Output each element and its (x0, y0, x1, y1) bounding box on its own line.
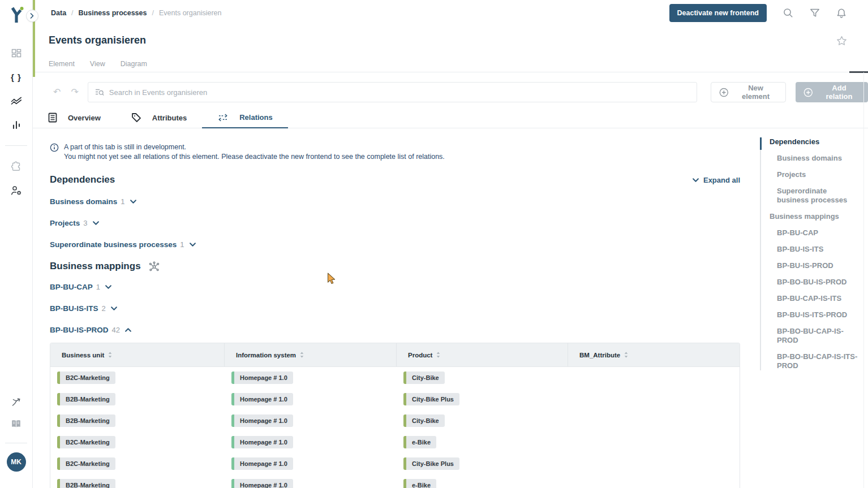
right-nav-item[interactable]: Projects (761, 170, 860, 179)
table-cell: e-Bike (397, 479, 568, 488)
element-chip[interactable]: e-Bike (403, 436, 436, 448)
element-chip[interactable]: Homepage # 1.0 (231, 436, 293, 448)
sidebar-item-dashboards[interactable] (0, 49, 32, 59)
table-cell: B2B-Marketing (50, 393, 225, 405)
breadcrumb: Data / Business processes / Events organ… (35, 9, 221, 17)
element-chip[interactable]: B2C-Marketing (57, 457, 115, 470)
business-mappings-header: Business mappings (50, 261, 740, 272)
element-chip[interactable]: Homepage # 1.0 (231, 414, 293, 427)
element-chip[interactable]: City-Bike Plus (403, 393, 459, 405)
table-cell: City-Bike Plus (397, 393, 568, 405)
right-nav-item[interactable]: BP-BO-BU-IS-PROD (761, 278, 860, 287)
column-header-bm-attribute[interactable]: BM_Attribute (568, 343, 740, 366)
chevron-down-icon (93, 221, 99, 225)
element-chip[interactable]: City-Bike (403, 414, 445, 427)
right-nav-item[interactable]: Dependencies (761, 137, 860, 146)
right-nav-item[interactable]: BP-BU-CAP-IS-ITS (761, 294, 860, 303)
element-chip[interactable]: City-Bike (403, 372, 445, 384)
sidebar-item-documentation[interactable] (0, 420, 32, 428)
funnel-icon (810, 8, 820, 18)
breadcrumb-data[interactable]: Data (51, 9, 66, 17)
element-chip[interactable]: B2B-Marketing (57, 414, 115, 427)
right-nav-item[interactable]: Superordinate business processes (761, 187, 860, 205)
sidebar-item-extensions[interactable] (0, 161, 32, 172)
add-relation-button[interactable]: Add relation (796, 82, 868, 102)
column-header-product[interactable]: Product (397, 343, 568, 366)
element-chip[interactable]: e-Bike (403, 479, 436, 488)
column-header-information-system[interactable]: Information system (225, 343, 397, 366)
sidebar-item-insights[interactable] (0, 97, 32, 105)
user-avatar[interactable]: MK (0, 452, 32, 472)
relations-table-header: Business unit Information system Product… (50, 343, 740, 367)
element-chip[interactable]: B2C-Marketing (57, 372, 115, 384)
table-row[interactable]: B2B-MarketingHomepage # 1.0City-Bike (50, 410, 740, 431)
relations-arrows-icon (217, 114, 229, 122)
group-count: 1 (121, 197, 124, 206)
group-bp-bu-is-prod[interactable]: BP-BU-IS-PROD 42 (50, 324, 740, 335)
right-nav-item[interactable]: BP-BO-BU-CAP-IS-PROD (761, 327, 860, 345)
sidebar-expand-button[interactable] (26, 10, 38, 22)
notifications-button[interactable] (835, 7, 848, 20)
element-chip[interactable]: Homepage # 1.0 (231, 393, 293, 405)
expand-all-button[interactable]: Expand all (693, 176, 740, 184)
table-cell: City-Bike (397, 372, 568, 384)
menu-diagram[interactable]: Diagram (121, 60, 147, 68)
group-bp-bu-is-its[interactable]: BP-BU-IS-ITS 2 (50, 303, 740, 314)
table-row[interactable]: B2B-MarketingHomepage # 1.0City-Bike Plu… (50, 388, 740, 410)
deactivate-frontend-button[interactable]: Deactivate new frontend (669, 4, 767, 22)
scrollbar-thumb[interactable] (849, 71, 868, 73)
new-element-button[interactable]: New element (711, 82, 786, 102)
right-nav-item[interactable]: Business mappings (761, 212, 860, 221)
element-tabs: Overview Attributes Relations (33, 107, 868, 128)
table-cell: Homepage # 1.0 (225, 372, 397, 384)
undo-button[interactable]: ↶ (53, 88, 61, 97)
element-chip[interactable]: Homepage # 1.0 (231, 457, 293, 470)
element-chip[interactable]: Homepage # 1.0 (231, 479, 293, 488)
sidebar-item-process-flows[interactable] (0, 398, 32, 407)
network-icon[interactable] (148, 261, 160, 272)
right-nav-item[interactable]: BP-BU-CAP (761, 228, 860, 237)
favorite-star-button[interactable] (836, 36, 847, 48)
tab-attributes[interactable]: Attributes (116, 107, 202, 128)
right-nav-item[interactable]: BP-BU-IS-PROD (761, 261, 860, 270)
table-row[interactable]: B2C-MarketingHomepage # 1.0City-Bike (50, 367, 740, 388)
column-label: Information system (236, 352, 296, 359)
table-row[interactable]: B2C-MarketingHomepage # 1.0e-Bike (50, 431, 740, 453)
element-chip[interactable]: Homepage # 1.0 (231, 372, 293, 384)
y-logo-icon (8, 6, 25, 24)
document-icon (48, 113, 57, 123)
breadcrumb-business-processes[interactable]: Business processes (79, 9, 147, 17)
group-business-domains[interactable]: Business domains 1 (50, 196, 740, 207)
scrollbar-track[interactable] (863, 72, 864, 488)
table-row[interactable]: B2B-MarketingHomepage # 1.0e-Bike (50, 474, 740, 488)
right-nav-item[interactable]: BP-BU-IS-ITS (761, 245, 860, 254)
right-nav-item[interactable]: Business domains (761, 154, 860, 163)
table-row[interactable]: B2C-MarketingHomepage # 1.0City-Bike Plu… (50, 453, 740, 474)
element-search-box[interactable] (88, 82, 697, 102)
column-header-business-unit[interactable]: Business unit (50, 343, 225, 366)
element-chip[interactable]: B2B-Marketing (57, 479, 115, 488)
chevron-down-icon (105, 285, 111, 289)
right-nav-item[interactable]: BP-BO-BU-CAP-IS-ITS-PROD (761, 352, 860, 370)
sidebar-item-reports[interactable] (0, 120, 32, 129)
right-nav-item[interactable]: BP-BU-IS-ITS-PROD (761, 310, 860, 319)
redo-button[interactable]: ↷ (71, 88, 78, 97)
group-bp-bu-cap[interactable]: BP-BU-CAP 1 (50, 281, 740, 292)
sidebar-item-data[interactable]: { } (0, 72, 32, 82)
left-sidebar: { } (0, 0, 33, 488)
sidebar-item-admin[interactable] (0, 185, 32, 196)
element-chip[interactable]: City-Bike Plus (403, 457, 459, 470)
group-count: 2 (102, 304, 106, 313)
menu-view[interactable]: View (90, 60, 105, 68)
menu-element[interactable]: Element (49, 60, 75, 68)
expand-all-label: Expand all (703, 176, 740, 184)
global-search-button[interactable] (782, 7, 794, 19)
group-projects[interactable]: Projects 3 (50, 217, 740, 228)
group-superordinate-business-processes[interactable]: Superordinate business processes 1 (50, 239, 740, 250)
tab-relations[interactable]: Relations (202, 107, 288, 128)
element-chip[interactable]: B2C-Marketing (57, 436, 115, 448)
element-search-input[interactable] (109, 88, 690, 97)
element-chip[interactable]: B2B-Marketing (57, 393, 115, 405)
tab-overview[interactable]: Overview (33, 107, 116, 128)
filter-button[interactable] (809, 7, 821, 19)
